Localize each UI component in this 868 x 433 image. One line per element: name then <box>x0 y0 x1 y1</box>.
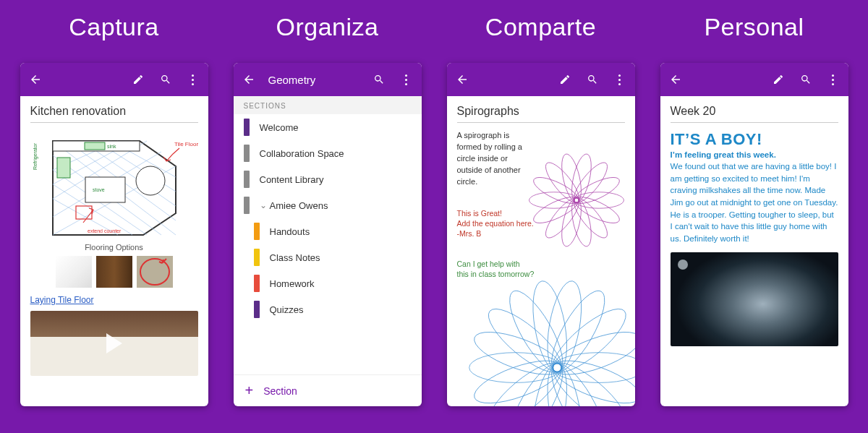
overflow-button[interactable] <box>399 72 414 87</box>
svg-rect-19 <box>85 142 105 150</box>
flooring-thumb[interactable] <box>56 256 92 288</box>
svg-point-21 <box>140 259 169 285</box>
note-headline: IT’S A BOY! <box>671 130 838 149</box>
search-icon <box>160 74 171 85</box>
svg-point-50 <box>541 278 587 374</box>
tile-floor-link[interactable]: Laying Tile Floor <box>30 295 198 305</box>
note-body: Spirographs A spirograph is formed by ro… <box>447 96 635 406</box>
sections-header: SECTIONS <box>234 96 422 114</box>
column-comparte: Comparte Spirographs A spirogr <box>440 0 642 406</box>
phone-screen-comparte: Spirographs A spirograph is formed by ro… <box>447 63 635 406</box>
appbar: Geometry <box>234 63 422 96</box>
note-paragraph: We found out that we are having a little… <box>671 160 838 245</box>
svg-point-46 <box>469 323 566 383</box>
anno-extend-counter: extend counter <box>88 228 122 233</box>
appbar-title: Geometry <box>268 74 316 86</box>
video-thumbnail[interactable] <box>30 311 198 376</box>
column-organiza: Organiza Geometry SECTIONS Welcome Colla… <box>226 0 429 406</box>
section-item-library[interactable]: Content Library <box>234 166 422 192</box>
note-title: Week 20 <box>671 105 838 123</box>
svg-point-45 <box>469 353 561 383</box>
section-item-handouts[interactable]: Handouts <box>234 218 422 244</box>
section-item-homework[interactable]: Homework <box>234 270 422 296</box>
search-button[interactable] <box>584 72 600 87</box>
floorplan-image: Tile Floor extend counter Refrigerator s… <box>30 130 198 239</box>
search-icon <box>800 74 812 85</box>
draw-button[interactable] <box>770 72 786 87</box>
back-button[interactable] <box>241 72 257 87</box>
add-section-button[interactable]: + Section <box>234 374 422 406</box>
more-vert-icon <box>187 74 200 85</box>
teacher-annotation: This is Great! Add the equation here. -M… <box>457 208 625 239</box>
pen-icon <box>773 74 784 85</box>
svg-rect-15 <box>85 177 125 202</box>
back-button[interactable] <box>668 72 684 87</box>
search-button[interactable] <box>371 72 387 87</box>
circle-annotation-icon <box>137 256 173 288</box>
note-body: Week 20 IT’S A BOY! I’m feeling great th… <box>660 96 848 406</box>
search-button[interactable] <box>798 72 814 87</box>
search-icon <box>587 74 598 85</box>
section-label: Amiee Owens <box>270 200 328 211</box>
overflow-button[interactable] <box>612 72 628 87</box>
column-title: Comparte <box>485 13 596 41</box>
section-label: Class Notes <box>270 252 320 263</box>
note-title: Spirographs <box>457 105 625 123</box>
column-title: Captura <box>69 13 158 41</box>
section-label: Welcome <box>260 122 299 133</box>
section-item-classnotes[interactable]: Class Notes <box>234 244 422 270</box>
section-label: Content Library <box>260 174 324 185</box>
overflow-button[interactable] <box>185 72 201 87</box>
section-item-amiee[interactable]: ⌄Amiee Owens <box>234 192 422 218</box>
pen-icon <box>559 74 571 85</box>
section-label: Quizzes <box>270 304 304 315</box>
appbar <box>660 63 848 96</box>
svg-point-37 <box>548 352 634 406</box>
arrow-left-icon <box>456 73 469 86</box>
section-item-welcome[interactable]: Welcome <box>234 114 422 140</box>
note-body: Kitchen renovation <box>20 96 208 406</box>
column-title: Personal <box>704 13 804 41</box>
svg-point-49 <box>527 278 572 374</box>
column-title: Organiza <box>276 13 379 41</box>
anno-refrigerator: Refrigerator <box>33 142 38 170</box>
section-item-collab[interactable]: Collaboration Space <box>234 140 422 166</box>
flooring-thumb[interactable] <box>96 256 132 288</box>
anno-sink: sink <box>107 144 116 149</box>
appbar <box>447 63 635 96</box>
section-list: Welcome Collaboration Space Content Libr… <box>234 114 422 374</box>
overflow-button[interactable] <box>825 72 841 87</box>
search-icon <box>373 74 385 85</box>
column-captura: Captura Kitchen renovation <box>13 0 216 406</box>
anno-tile-floor: Tile Floor <box>174 141 198 147</box>
search-button[interactable] <box>158 72 174 87</box>
arrow-left-icon <box>29 73 42 86</box>
student-annotation: Can I get help with this in class tomorr… <box>457 259 625 279</box>
anno-stove: stove <box>93 187 105 192</box>
more-vert-icon <box>613 74 626 85</box>
draw-button[interactable] <box>557 72 573 87</box>
chevron-down-icon: ⌄ <box>260 200 267 210</box>
back-button[interactable] <box>27 72 43 87</box>
phone-screen-organiza: Geometry SECTIONS Welcome Collaboration … <box>234 63 422 406</box>
appbar <box>20 63 208 96</box>
flooring-thumb[interactable] <box>137 256 173 288</box>
svg-point-36 <box>553 353 635 383</box>
plus-icon: + <box>245 382 254 399</box>
svg-point-16 <box>136 166 165 195</box>
flooring-label: Flooring Options <box>30 243 198 252</box>
add-section-label: Section <box>263 385 297 397</box>
more-vert-icon <box>827 74 840 85</box>
arrow-left-icon <box>669 73 682 86</box>
section-label: Homework <box>270 278 315 289</box>
draw-button[interactable] <box>130 72 146 87</box>
back-button[interactable] <box>454 72 470 87</box>
svg-rect-18 <box>57 158 70 178</box>
pen-icon <box>132 74 144 85</box>
sonogram-image <box>671 252 838 346</box>
phone-screen-captura: Kitchen renovation <box>20 63 208 406</box>
phone-screen-personal: Week 20 IT’S A BOY! I’m feeling great th… <box>660 63 848 406</box>
arrow-left-icon <box>242 73 255 86</box>
section-item-quizzes[interactable]: Quizzes <box>234 296 422 322</box>
section-label: Handouts <box>270 226 310 237</box>
